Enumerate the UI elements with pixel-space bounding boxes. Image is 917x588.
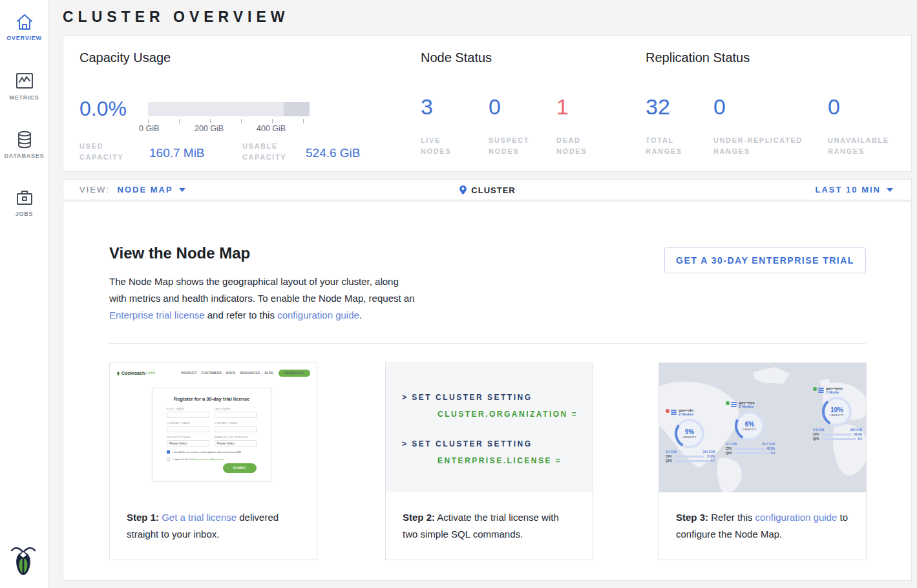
capacity-gauge: 6%CAPACITY: [735, 411, 764, 441]
node-status-section: Node Status 3 LIVENODES 0 SUSPECTNODES 1…: [421, 50, 634, 65]
configuration-guide-link[interactable]: configuration guide: [755, 512, 838, 523]
chevron-down-icon: [887, 188, 893, 192]
suspect-nodes-stat: 0 SUSPECTNODES: [489, 94, 529, 157]
nodes-stack-icon: [671, 410, 677, 415]
sidebar-item-label: DATABASES: [0, 152, 48, 159]
capacity-gauge: 9%CAPACITY: [675, 419, 704, 448]
section-title: Replication Status: [646, 50, 904, 65]
mini-trial-form: Register for a 30-day trial license FIRS…: [152, 388, 271, 481]
total-ranges-value: 32: [646, 94, 682, 120]
cockroach-labs-mini-logo: CockroachLABS: [116, 370, 156, 376]
panel-description: The Node Map shows the geographical layo…: [109, 273, 416, 324]
page-title: CLUSTER OVERVIEW: [63, 8, 290, 26]
locality-badge: geo=ams 1 Node 10%CAPACITY 3.6 GiB364 Gi…: [813, 386, 866, 441]
mini-submit-button: SUBMIT: [223, 463, 257, 473]
unavailable-ranges-stat: 0 UNAVAILABLERANGES: [828, 94, 889, 157]
capacity-bar: [148, 102, 310, 116]
dead-nodes-value: 1: [556, 94, 587, 120]
step1-caption: Step 1: Get a trial license delivered st…: [110, 492, 317, 543]
mini-site-nav: PRODUCTCUSTOMERSDOCSRESOURCESBLOG DOWNLO…: [181, 370, 310, 377]
step3-caption: Step 3: Refer this configuration guide t…: [659, 492, 866, 543]
step3-card: geo=sfo 2 Nodes 9%CAPACITY 3.2 GiB351 Gi…: [659, 362, 867, 560]
nodes-stack-icon: [818, 388, 824, 394]
replication-status-section: Replication Status 32 TOTALRANGES 0 UNDE…: [646, 50, 904, 65]
map-pin-icon: [459, 185, 467, 195]
enterprise-trial-license-link[interactable]: Enterprise trial license: [109, 310, 205, 320]
used-capacity-value: 160.7 MiB: [149, 146, 205, 160]
sql-setting: ENTERPRISE.LICENSE =: [437, 456, 593, 465]
used-capacity-label: USED: [79, 142, 103, 150]
sidebar-item-metrics[interactable]: METRICS: [0, 59, 48, 101]
live-nodes-stat: 3 LIVENODES: [421, 94, 451, 157]
divider: [109, 343, 866, 344]
capacity-bar-reserved-segment: [284, 102, 310, 116]
briefcase-icon: [15, 189, 34, 207]
status-dot-live-icon: [726, 401, 730, 405]
sidebar: OVERVIEW METRICS DATABASES JOBS: [0, 0, 48, 588]
locality-breadcrumb: CLUSTER: [63, 184, 911, 196]
sidebar-item-label: OVERVIEW: [0, 35, 48, 41]
sidebar-item-databases[interactable]: DATABASES: [0, 118, 48, 159]
capacity-axis-ticks: [148, 119, 310, 124]
cluster-summary-card: Capacity Usage 0.0% 0 GiB 200 GiB 400 Gi…: [63, 36, 912, 172]
locality-badge: geo=sfo 2 Nodes 9%CAPACITY 3.2 GiB351 Gi…: [666, 408, 725, 463]
sidebar-item-jobs[interactable]: JOBS: [0, 176, 48, 217]
panel-heading: View the Node Map: [109, 244, 250, 262]
home-icon: [15, 13, 34, 31]
sidebar-item-overview[interactable]: OVERVIEW: [0, 0, 48, 41]
get-enterprise-trial-button[interactable]: GET A 30-DAY ENTERPRISE TRIAL: [664, 247, 866, 273]
capacity-gauge: 10%CAPACITY: [822, 397, 852, 426]
usable-capacity-value: 524.6 GiB: [306, 146, 361, 160]
step3-node-map-preview: geo=sfo 2 Nodes 9%CAPACITY 3.2 GiB351 Gi…: [659, 363, 866, 492]
step2-caption: Step 2: Activate the trial license with …: [386, 492, 593, 543]
usable-capacity-label: USABLE: [242, 142, 278, 150]
sidebar-item-label: METRICS: [0, 94, 48, 101]
section-title: Node Status: [421, 50, 634, 65]
database-icon: [15, 131, 34, 149]
mini-download-button: DOWNLOAD: [279, 370, 310, 377]
sql-statement: > SET CLUSTER SETTING: [402, 439, 593, 448]
time-range-dropdown[interactable]: LAST 10 MIN: [816, 185, 893, 194]
metrics-icon: [15, 72, 34, 90]
time-range-value: LAST 10 MIN: [816, 185, 881, 194]
sql-statement: > SET CLUSTER SETTING: [402, 393, 593, 402]
node-map-panel: View the Node Map The Node Map shows the…: [63, 201, 912, 581]
total-ranges-stat: 32 TOTALRANGES: [646, 94, 682, 157]
view-bar: VIEW: NODE MAP CLUSTER LAST 10 MIN: [63, 179, 912, 200]
status-dot-live-icon: [813, 387, 817, 391]
configuration-guide-link[interactable]: configuration guide: [277, 310, 359, 320]
step1-site-screenshot: CockroachLABS PRODUCTCUSTOMERSDOCSRESOUR…: [110, 363, 317, 492]
step2-card: > SET CLUSTER SETTING CLUSTER.ORGANIZATI…: [385, 362, 593, 560]
cockroachdb-logo-icon: [10, 545, 36, 576]
status-dot-dead-icon: [666, 409, 669, 413]
capacity-percent: 0.0%: [79, 97, 127, 121]
axis-tick-label: 200 GiB: [195, 124, 224, 133]
sql-setting: CLUSTER.ORGANIZATION =: [437, 410, 593, 419]
under-replicated-ranges-stat: 0 UNDER-REPLICATEDRANGES: [713, 94, 803, 157]
capacity-usage-section: Capacity Usage 0.0% 0 GiB 200 GiB 400 Gi…: [79, 50, 409, 65]
dead-nodes-stat: 1 DEADNODES: [556, 94, 587, 157]
sidebar-item-label: JOBS: [0, 211, 48, 217]
unavailable-value: 0: [828, 94, 889, 120]
section-title: Capacity Usage: [79, 50, 409, 65]
live-nodes-value: 3: [421, 94, 451, 120]
step1-card: CockroachLABS PRODUCTCUSTOMERSDOCSRESOUR…: [109, 362, 317, 560]
get-trial-license-link[interactable]: Get a trial license: [162, 512, 237, 523]
axis-tick-label: 0 GiB: [139, 124, 159, 133]
axis-tick-label: 400 GiB: [257, 124, 286, 133]
suspect-nodes-value: 0: [489, 94, 529, 120]
nodes-stack-icon: [731, 402, 737, 408]
under-replicated-value: 0: [713, 94, 803, 120]
locality-label: CLUSTER: [471, 185, 515, 195]
step2-sql-preview: > SET CLUSTER SETTING CLUSTER.ORGANIZATI…: [386, 363, 593, 492]
locality-badge: geo=nyc 2 Nodes 6%CAPACITY 3.7 GiB43.7 G…: [726, 401, 785, 455]
